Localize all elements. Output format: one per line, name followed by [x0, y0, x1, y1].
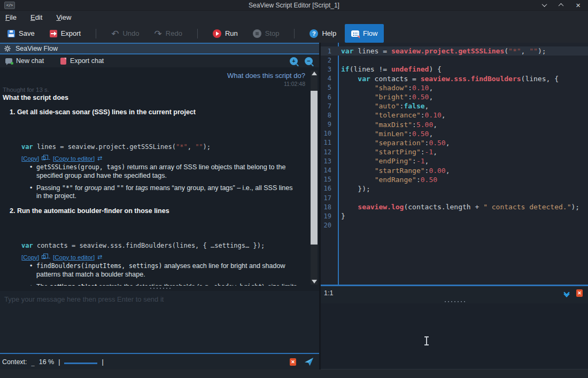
line-number: 7	[321, 103, 336, 110]
code-line[interactable]: 2	[321, 56, 588, 65]
chat-toolbar: New chat Export chat + −	[0, 54, 319, 67]
run-button[interactable]: Run	[213, 29, 238, 38]
code-line[interactable]: 13 "endPing":-1,	[321, 156, 588, 166]
copy-to-editor-icon: ⇄	[97, 155, 102, 162]
close-output-button[interactable]: ✕	[576, 289, 583, 297]
toolbar-separator	[294, 29, 295, 38]
window-title: SeaView Script Editor [Script_1]	[0, 2, 588, 9]
minimize-icon[interactable]	[542, 2, 547, 7]
chat-scrollbar[interactable]	[311, 70, 318, 285]
code-lines: 1var lines = seaview.project.getSSSLines…	[321, 46, 588, 230]
stop-button[interactable]: Stop	[253, 29, 280, 38]
line-number: 5	[321, 84, 336, 91]
undo-button[interactable]: ↶ Undo	[111, 29, 139, 37]
scroll-up-icon[interactable]	[312, 72, 317, 75]
line-number: 15	[321, 176, 336, 183]
chat-input-container	[0, 291, 319, 354]
export-chat-button[interactable]: Export chat	[60, 57, 104, 65]
save-button[interactable]: Save	[7, 29, 35, 37]
run-icon	[213, 29, 221, 38]
cursor-position: 1:1	[324, 289, 333, 297]
clear-context-button[interactable]: ✕	[290, 358, 296, 366]
editor-panel: 1var lines = seaview.project.getSSSLines…	[321, 43, 588, 369]
copy-to-editor-link[interactable]: [Copy to editor]	[53, 155, 95, 162]
line-number: 2	[321, 57, 336, 64]
bullet-item: The settings object controls the detecti…	[30, 283, 298, 286]
line-number: 12	[321, 148, 336, 156]
copy-link[interactable]: [Copy]	[21, 155, 39, 162]
code-line[interactable]: 6 "bright":0.50,	[321, 92, 588, 101]
code-line[interactable]: 15 "endRange":0.50	[321, 175, 588, 184]
title-bar: </> SeaView Script Editor [Script_1] ×	[0, 0, 588, 11]
line-number: 16	[321, 185, 336, 192]
help-button[interactable]: ? Help	[310, 29, 336, 38]
export-icon	[50, 30, 57, 37]
assistant-heading: What the script does	[3, 94, 68, 101]
new-chat-button[interactable]: New chat	[5, 57, 44, 65]
save-icon	[7, 30, 15, 37]
code-line[interactable]: 8 "tolerance":0.10,	[321, 111, 588, 120]
code-line[interactable]: 20	[321, 221, 588, 230]
menu-bar: File Edit View	[0, 11, 588, 24]
code-line[interactable]: 9 "maxDist":5.00,	[321, 120, 588, 129]
chat-code-block-1: var lines = seaview.project.getSSSLines(…	[21, 143, 211, 151]
menu-view[interactable]: View	[56, 13, 71, 21]
code-line[interactable]: 10 "minLen":0.50,	[321, 129, 588, 138]
scrollbar-thumb[interactable]	[311, 91, 318, 245]
help-icon: ?	[310, 29, 318, 38]
copy-to-editor-link[interactable]: [Copy to editor]	[53, 254, 95, 261]
line-number: 20	[321, 222, 336, 229]
menu-file[interactable]: File	[5, 13, 17, 21]
export-chat-icon	[60, 58, 66, 65]
code-line[interactable]: 1var lines = seaview.project.getSSSLines…	[321, 46, 588, 56]
code-line[interactable]: 19}	[321, 211, 588, 220]
code-line[interactable]: 16 });	[321, 184, 588, 193]
toolbar-separator	[96, 29, 96, 38]
bullet-item: findBoulders(inputItems, settings) analy…	[30, 262, 298, 279]
code-line[interactable]: 7 "auto":false,	[321, 101, 588, 111]
close-icon[interactable]: ×	[576, 3, 581, 8]
scroll-down-icon[interactable]	[312, 280, 317, 284]
step1-bullets: getSSSLines(group, tags) returns an arra…	[30, 163, 298, 204]
output-panel[interactable]	[321, 303, 588, 369]
zoom-out-icon[interactable]: −	[305, 57, 313, 65]
code-line[interactable]: 11 "separation":0.50,	[321, 138, 588, 147]
flow-chat-icon	[351, 30, 359, 37]
export-button[interactable]: Export	[50, 29, 81, 37]
paper-plane-icon	[305, 358, 314, 366]
line-number: 4	[321, 75, 336, 82]
flow-button[interactable]: Flow	[345, 24, 384, 43]
step1-title: 1. Get all side-scan sonar (SSS) lines i…	[10, 108, 196, 116]
line-number: 17	[321, 194, 336, 202]
maximize-icon[interactable]	[559, 3, 564, 9]
thought-duration[interactable]: Thought for 13 s.	[3, 86, 49, 93]
message-input[interactable]	[0, 291, 319, 353]
line-number: 9	[321, 121, 336, 128]
context-label: Context:	[2, 358, 27, 366]
code-line[interactable]: 18 seaview.log(contacts.length + " conta…	[321, 202, 588, 211]
code-line[interactable]: 14 "startRange":0.00,	[321, 166, 588, 175]
zoom-in-icon[interactable]: +	[290, 57, 298, 65]
bullet-item: Passing "*" for group and "" for tags me…	[30, 184, 298, 201]
window-footer	[0, 369, 588, 378]
code-line[interactable]: 12 "startPing":-1,	[321, 147, 588, 156]
code-line[interactable]: 5 "shadow":0.10,	[321, 83, 588, 92]
redo-button[interactable]: ↷ Redo	[154, 29, 182, 37]
chat-code-block-2: var contacts = seaview.sss.findBoulders(…	[21, 242, 265, 249]
line-number: 6	[321, 93, 336, 101]
menu-edit[interactable]: Edit	[30, 13, 42, 21]
code-line[interactable]: 3if(lines != undefined) {	[321, 65, 588, 74]
chat-panel-header: SeaView Flow	[0, 43, 319, 54]
copy-link[interactable]: [Copy]	[21, 254, 39, 261]
line-number: 1	[321, 48, 336, 55]
code-line[interactable]: 4 var contacts = seaview.sss.findBoulder…	[321, 74, 588, 83]
code-editor[interactable]: 1var lines = seaview.project.getSSSLines…	[321, 43, 588, 285]
new-chat-icon	[5, 58, 12, 64]
code-line[interactable]: 17	[321, 193, 588, 202]
chat-input-splitter[interactable]	[0, 286, 319, 291]
line-number: 14	[321, 167, 336, 174]
user-message: What does this script do?	[227, 72, 305, 80]
send-button[interactable]	[305, 358, 314, 366]
toolbar-separator	[197, 29, 198, 38]
double-chevron-down-icon[interactable]	[564, 290, 569, 296]
